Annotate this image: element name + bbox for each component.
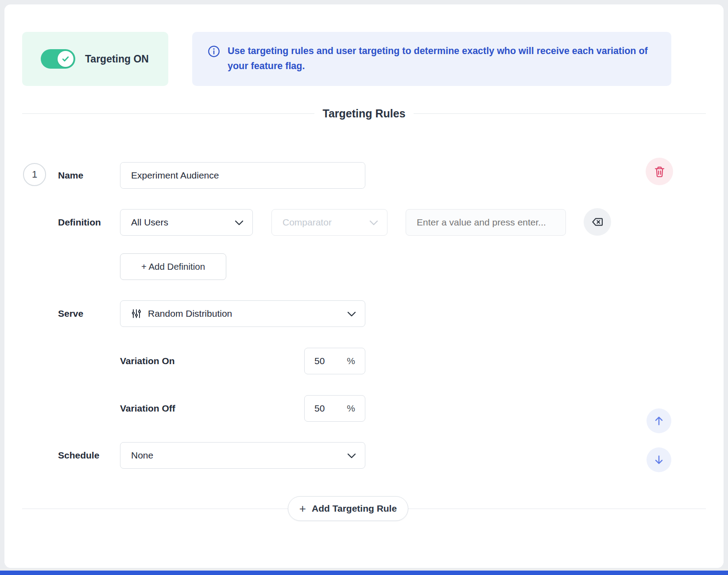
delete-rule-button[interactable] — [646, 158, 673, 185]
footer-bar — [0, 571, 728, 575]
variation-on-field[interactable]: % — [304, 348, 365, 374]
comparator-select[interactable]: Comparator — [271, 209, 387, 236]
targeting-toggle[interactable] — [41, 49, 75, 69]
section-title: Targeting Rules — [322, 107, 405, 120]
audience-select-value: All Users — [131, 217, 168, 228]
rule-name-input[interactable] — [120, 163, 365, 188]
comparator-select-placeholder: Comparator — [283, 217, 332, 228]
trash-icon — [654, 166, 666, 178]
definition-label: Definition — [58, 209, 101, 236]
schedule-select[interactable]: None — [120, 442, 365, 469]
move-rule-down-button[interactable] — [647, 447, 671, 472]
variation-on-input[interactable] — [314, 356, 340, 366]
rule-name-input-wrap — [120, 162, 365, 189]
audience-select[interactable]: All Users — [120, 209, 253, 236]
serve-label: Serve — [58, 300, 83, 327]
rule-number-badge: 1 — [23, 163, 46, 186]
definition-value-input[interactable] — [406, 210, 565, 235]
definition-value-input-wrap — [406, 209, 566, 236]
variation-on-label: Variation On — [120, 348, 175, 374]
info-banner: Use targeting rules and user targeting t… — [192, 32, 671, 86]
backspace-icon — [591, 216, 604, 228]
arrow-up-icon — [653, 415, 665, 427]
chevron-down-icon — [369, 217, 378, 228]
schedule-label: Schedule — [58, 442, 99, 469]
percent-suffix: % — [347, 356, 355, 366]
serve-select-value: Random Distribution — [148, 308, 232, 319]
variation-off-field[interactable]: % — [304, 395, 365, 422]
clear-definition-button[interactable] — [584, 208, 611, 236]
chevron-down-icon — [235, 217, 244, 228]
info-icon — [207, 45, 221, 60]
info-banner-text: Use targeting rules and user targeting t… — [228, 43, 648, 74]
add-definition-button[interactable]: + Add Definition — [120, 253, 226, 280]
chevron-down-icon — [347, 450, 356, 461]
schedule-select-value: None — [131, 450, 153, 461]
add-targeting-rule-label: Add Targeting Rule — [312, 503, 397, 514]
plus-icon: + — [299, 503, 306, 514]
targeting-rules-divider: Targeting Rules — [22, 107, 706, 120]
targeting-panel: Targeting ON Use targeting rules and use… — [4, 4, 724, 568]
chevron-down-icon — [347, 308, 356, 319]
serve-select[interactable]: Random Distribution — [120, 300, 365, 327]
targeting-toggle-label: Targeting ON — [85, 53, 149, 65]
variation-off-label: Variation Off — [120, 395, 175, 422]
variation-off-input[interactable] — [314, 403, 340, 414]
toggle-knob — [58, 51, 74, 67]
check-icon — [61, 54, 70, 63]
add-targeting-rule-button[interactable]: + Add Targeting Rule — [288, 496, 408, 521]
name-label: Name — [58, 162, 83, 189]
percent-suffix: % — [347, 403, 355, 414]
targeting-toggle-box: Targeting ON — [22, 32, 168, 86]
arrow-down-icon — [653, 454, 665, 466]
sliders-icon — [131, 308, 142, 319]
move-rule-up-button[interactable] — [647, 408, 671, 433]
